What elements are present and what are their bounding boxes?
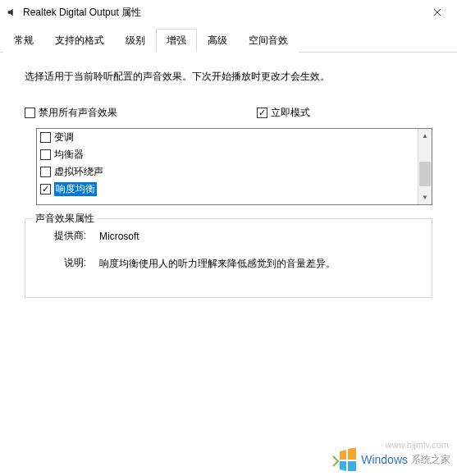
tab-enhancements[interactable]: 增强 [156,29,197,53]
tab-spatial[interactable]: 空间音效 [238,29,299,53]
checkbox-box [25,108,35,118]
provider-value: Microsoft [99,229,139,245]
svg-marker-1 [348,448,356,460]
svg-marker-3 [348,461,356,471]
checkbox-label: 立即模式 [271,106,310,120]
item-label: 均衡器 [54,148,84,162]
provider-label: 提供商: [42,229,99,245]
tab-general[interactable]: 常规 [3,29,44,53]
list-item[interactable]: 变调 [37,129,418,146]
watermark-suffix: 系统之家 [411,453,450,467]
description-text: 选择适用于当前聆听配置的声音效果。下次开始播放时更改才会生效。 [25,69,432,85]
svg-marker-0 [340,450,346,460]
desc-value: 响度均衡使用人的听力理解来降低感觉到的音量差异。 [99,256,336,272]
scroll-down-button[interactable]: ▼ [418,190,432,204]
checkbox-label: 禁用所有声音效果 [39,106,117,120]
effects-listbox: 变调 均衡器 虚拟环绕声 响度均衡 ▲ ▼ [36,128,432,205]
group-title: 声音效果属性 [32,212,98,226]
windows-logo-icon [331,448,358,471]
list-item[interactable]: 虚拟环绕声 [37,163,418,181]
titlebar: Realtek Digital Output 属性 [0,0,457,25]
window-title: Realtek Digital Output 属性 [23,6,141,20]
immediate-mode-checkbox[interactable]: 立即模式 [257,106,310,120]
checkbox-box [257,108,267,118]
tab-formats[interactable]: 支持的格式 [44,29,115,53]
scroll-track[interactable] [418,143,432,190]
options-row: 禁用所有声音效果 立即模式 [16,106,441,120]
description-row: 说明: 响度均衡使用人的听力理解来降低感觉到的音量差异。 [42,256,415,272]
item-checkbox[interactable] [40,149,51,160]
speaker-icon [5,6,18,19]
list-items: 变调 均衡器 虚拟环绕声 响度均衡 [37,129,418,204]
item-checkbox[interactable] [40,167,51,177]
titlebar-left: Realtek Digital Output 属性 [5,6,141,20]
provider-row: 提供商: Microsoft [42,229,415,245]
tab-content: 选择适用于当前聆听配置的声音效果。下次开始播放时更改才会生效。 禁用所有声音效果… [0,53,457,309]
item-checkbox[interactable] [40,184,51,195]
svg-marker-2 [340,461,346,471]
desc-label: 说明: [42,256,99,272]
item-label: 响度均衡 [54,182,97,196]
watermark-brand: Windows [361,453,408,466]
properties-groupbox: 声音效果属性 提供商: Microsoft 说明: 响度均衡使用人的听力理解来降… [25,218,432,297]
item-label: 变调 [54,130,74,144]
disable-all-checkbox[interactable]: 禁用所有声音效果 [25,106,117,120]
scrollbar[interactable]: ▲ ▼ [418,129,432,204]
watermark: Windows系统之家 [331,448,450,471]
close-button[interactable] [424,4,450,21]
item-label: 虚拟环绕声 [54,165,103,179]
list-item[interactable]: 响度均衡 [37,181,418,198]
tab-bar: 常规 支持的格式 级别 增强 高级 空间音效 [0,28,457,53]
tab-advanced[interactable]: 高级 [197,29,238,53]
scroll-up-button[interactable]: ▲ [418,129,432,143]
scroll-thumb[interactable] [419,162,431,186]
item-checkbox[interactable] [40,132,51,143]
list-item[interactable]: 均衡器 [37,146,418,163]
tab-levels[interactable]: 级别 [115,29,156,53]
